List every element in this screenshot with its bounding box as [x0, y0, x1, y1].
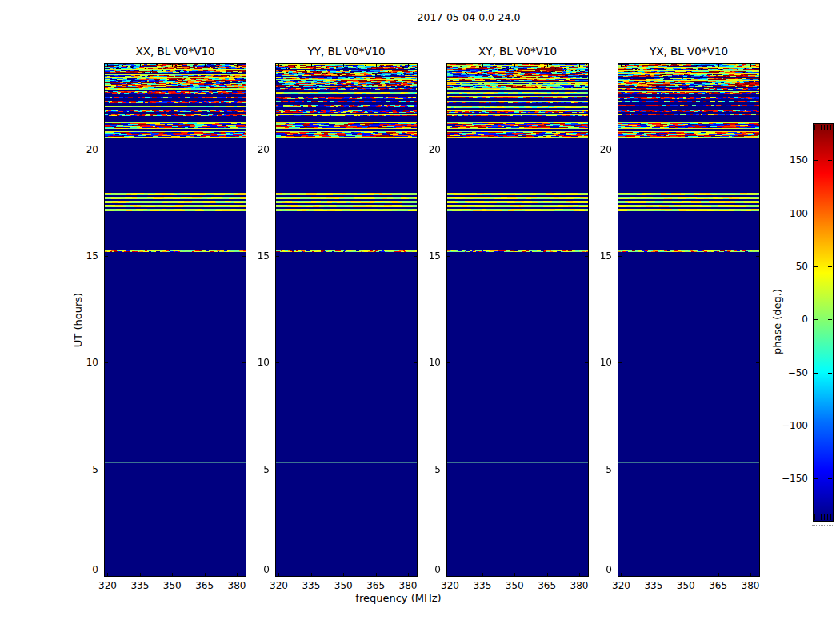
colorbar-tick-right — [828, 373, 832, 374]
x-tick-label: 335 — [638, 580, 670, 591]
colorbar-tick-left — [814, 373, 818, 374]
y-tick-label: 20 — [407, 144, 441, 155]
figure: 2017-05-04 0.0-24.0 XX, BL V0*V100510152… — [0, 0, 840, 640]
y-tick-label: 10 — [236, 357, 270, 368]
heatmap-YY — [276, 64, 417, 576]
colorbar-gradient — [814, 124, 833, 521]
y-tick-label: 15 — [578, 250, 612, 262]
y-tick-label: 10 — [65, 357, 98, 368]
panel-title-YX: YX, BL V0*V10 — [618, 45, 759, 58]
x-tick-label: 365 — [702, 580, 734, 591]
y-tick-label: 15 — [407, 250, 441, 262]
y-axis-label: UT (hours) — [72, 293, 84, 347]
y-tick-label: 15 — [65, 250, 98, 262]
y-tick-label: 5 — [407, 464, 441, 475]
x-tick-label: 350 — [670, 580, 702, 591]
colorbar-tick-left — [814, 478, 818, 479]
y-tick-label: 15 — [236, 250, 270, 262]
colorbar-tick-right — [828, 426, 832, 426]
colorbar-tick-right — [828, 160, 832, 161]
x-axis-label: frequency (MHz) — [318, 592, 478, 604]
colorbar-tick-left — [814, 266, 818, 267]
heatmap-YX — [618, 64, 759, 576]
y-tick-label: 0 — [236, 564, 270, 575]
y-tick-label: 5 — [236, 464, 270, 475]
y-tick-label: 5 — [65, 464, 98, 475]
x-tick-label: 350 — [498, 580, 530, 591]
colorbar-tick-right — [828, 478, 832, 479]
x-tick-label: 365 — [189, 580, 221, 591]
colorbar-tick-right — [828, 214, 832, 214]
colorbar-tick-left — [814, 319, 818, 320]
y-tick-label: 20 — [578, 144, 612, 155]
x-tick-label: 335 — [124, 580, 156, 591]
colorbar-hatch-bottom — [814, 514, 832, 520]
x-tick-label: 350 — [156, 580, 188, 591]
x-tick-label: 320 — [434, 580, 466, 591]
figure-title: 2017-05-04 0.0-24.0 — [105, 11, 833, 23]
x-tick-label: 320 — [605, 580, 637, 591]
y-tick-label: 0 — [407, 564, 441, 575]
colorbar-tick-label: 100 — [773, 208, 808, 219]
colorbar-tick-right — [828, 266, 832, 267]
x-tick-label: 320 — [91, 580, 123, 591]
colorbar-label: phase (deg.) — [771, 289, 783, 354]
y-tick-label: 20 — [65, 144, 98, 155]
y-tick-label: 20 — [236, 144, 270, 155]
x-tick-label: 365 — [531, 580, 563, 591]
x-tick-label: 320 — [262, 580, 294, 591]
panel-title-YY: YY, BL V0*V10 — [276, 45, 417, 58]
colorbar-tick-label: −100 — [773, 420, 808, 431]
colorbar-tick-label: 50 — [773, 261, 808, 272]
y-tick-label: 0 — [578, 564, 612, 575]
x-tick-label: 350 — [327, 580, 359, 591]
y-tick-label: 5 — [578, 464, 612, 475]
panel-title-XX: XX, BL V0*V10 — [105, 45, 246, 58]
x-tick-label: 365 — [360, 580, 392, 591]
colorbar-tick-left — [814, 160, 818, 161]
y-tick-label: 10 — [578, 357, 612, 368]
colorbar-tick-label: −150 — [773, 473, 808, 484]
colorbar-hatch-top — [814, 125, 832, 130]
colorbar-tick-label: −50 — [773, 367, 808, 378]
x-tick-label: 335 — [295, 580, 327, 591]
y-tick-label: 10 — [407, 357, 441, 368]
x-tick-label: 335 — [466, 580, 498, 591]
x-tick-label: 380 — [563, 580, 595, 591]
colorbar-tick-left — [814, 214, 818, 214]
colorbar-tick-label: 150 — [773, 154, 808, 166]
x-tick-label: 380 — [221, 580, 253, 591]
heatmap-XY — [447, 64, 588, 576]
x-tick-label: 380 — [392, 580, 424, 591]
colorbar-tick-right — [828, 319, 832, 320]
x-tick-label: 380 — [734, 580, 766, 591]
colorbar-tick-left — [814, 426, 818, 426]
colorbar-dotted-line — [812, 525, 833, 526]
heatmap-XX — [105, 64, 246, 576]
panel-title-XY: XY, BL V0*V10 — [447, 45, 588, 58]
y-tick-label: 0 — [65, 564, 98, 575]
